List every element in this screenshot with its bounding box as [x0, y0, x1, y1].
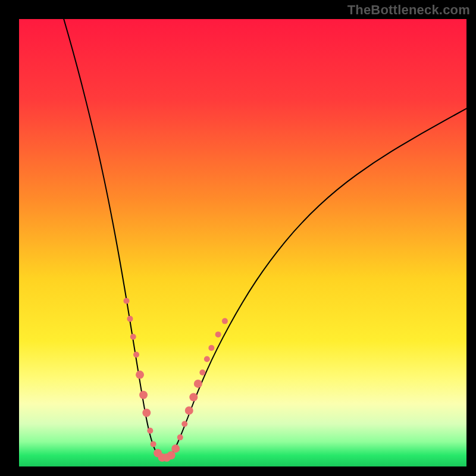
curve-marker	[151, 441, 156, 447]
curve-marker	[208, 345, 214, 351]
curve-marker	[127, 316, 133, 322]
curve-marker	[185, 406, 193, 415]
curve-marker	[133, 352, 139, 358]
curve-marker	[139, 391, 148, 399]
curve-marker	[215, 331, 221, 337]
curve-marker	[147, 428, 153, 434]
curve-marker	[189, 393, 198, 401]
curve-marker	[181, 421, 187, 427]
curve-marker	[177, 434, 183, 440]
curve-marker	[222, 318, 228, 324]
bottleneck-chart	[0, 0, 476, 476]
curve-marker	[130, 334, 136, 340]
curve-marker	[171, 444, 180, 453]
plot-background	[19, 19, 466, 466]
curve-marker	[204, 356, 210, 362]
curve-marker	[136, 371, 144, 379]
curve-marker	[142, 409, 151, 417]
curve-marker	[199, 369, 205, 375]
curve-marker	[123, 298, 129, 304]
curve-marker	[194, 380, 202, 388]
chart-frame: TheBottleneck.com	[0, 0, 476, 476]
